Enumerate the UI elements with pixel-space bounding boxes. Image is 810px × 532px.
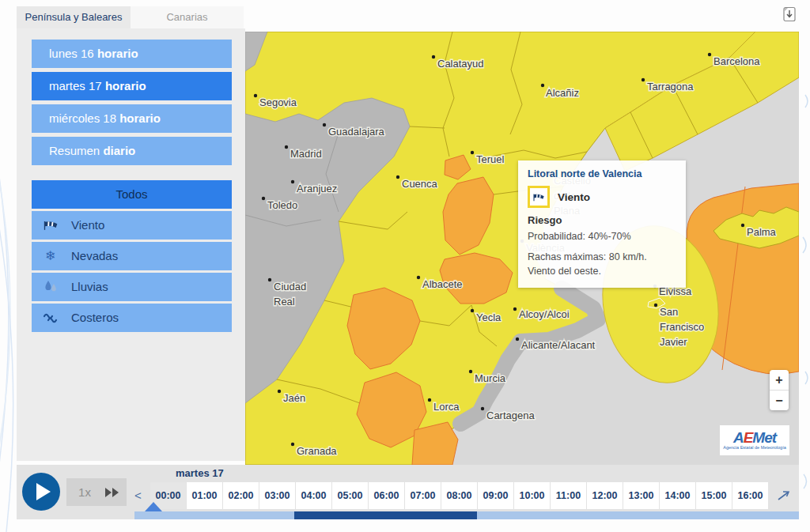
- svg-text:Lorca: Lorca: [433, 401, 460, 413]
- city-label-calatayud: Calatayud: [432, 55, 484, 70]
- warning-level-icon-box: [528, 186, 550, 208]
- play-button[interactable]: [22, 473, 60, 511]
- svg-text:Ciudad: Ciudad: [274, 281, 306, 292]
- day-button-lunes-16[interactable]: lunes 16 horario: [32, 40, 232, 68]
- day-button-miercoles-18[interactable]: miércoles 18 horario: [32, 104, 232, 133]
- city-label-madrid: Madrid: [285, 145, 322, 160]
- city-label-guadalajara: Guadalajara: [323, 123, 385, 138]
- svg-text:Madrid: Madrid: [290, 148, 322, 160]
- svg-text:Aranjuez: Aranjuez: [297, 183, 337, 194]
- svg-text:Palma: Palma: [747, 226, 777, 238]
- timeline-scrollbar-range[interactable]: [294, 511, 477, 519]
- svg-text:Javier: Javier: [660, 336, 687, 348]
- warning-map[interactable]: CalatayudBarcelonaTarragonaAlcañizSegovi…: [245, 32, 799, 465]
- svg-text:Albacete: Albacete: [422, 278, 463, 290]
- timeline-hour-15:00[interactable]: 15:00: [696, 482, 732, 509]
- speed-value: 1x: [66, 485, 103, 499]
- map-zoom-controls: + −: [770, 370, 789, 410]
- tab-canarias[interactable]: Canarias: [131, 6, 244, 28]
- svg-text:Toledo: Toledo: [267, 199, 297, 211]
- raindrops-icon: [43, 280, 59, 294]
- timeline-hours: 00:0001:0002:0003:0004:0005:0006:0007:00…: [150, 482, 769, 509]
- city-label-teruel: Teruel: [471, 151, 505, 165]
- city-label-alcoy-alcoi: Alcoy/Alcoi: [513, 308, 570, 320]
- city-label-alicante-alacant: Alicante/Alacant: [516, 338, 596, 351]
- svg-text:Calatayud: Calatayud: [437, 58, 484, 70]
- timeline-hour-03:00[interactable]: 03:00: [259, 482, 295, 509]
- timeline-bar: 1x < martes 17 00:0001:0002:0003:0004:00…: [17, 465, 799, 519]
- city-label-cartagena: Cartagena: [481, 407, 536, 421]
- svg-text:San: San: [660, 306, 678, 318]
- next-day-arrow-icon: [777, 489, 791, 502]
- city-label-albacete: Albacete: [417, 276, 463, 290]
- download-icon[interactable]: [782, 6, 797, 22]
- aemet-logo-subtitle: Agencia Estatal de Meteorología: [723, 445, 786, 450]
- svg-text:Granada: Granada: [297, 445, 337, 457]
- timeline-hour-06:00[interactable]: 06:00: [369, 482, 404, 509]
- play-icon: [36, 483, 51, 500]
- svg-text:Murcia: Murcia: [475, 372, 506, 384]
- timeline-hour-09:00[interactable]: 09:00: [478, 482, 513, 509]
- timeline-hour-16:00[interactable]: 16:00: [732, 482, 768, 509]
- timeline-hour-10:00[interactable]: 10:00: [514, 482, 550, 509]
- city-label-toledo: Toledo: [262, 197, 298, 211]
- timeline-hour-11:00[interactable]: 11:00: [551, 482, 586, 509]
- timeline-hour-05:00[interactable]: 05:00: [332, 482, 368, 509]
- city-label-segovia: Segovia: [254, 94, 297, 108]
- svg-text:Cuenca: Cuenca: [402, 178, 438, 190]
- tab-peninsula-baleares[interactable]: Península y Baleares: [17, 6, 131, 28]
- timeline-hour-02:00[interactable]: 02:00: [223, 482, 259, 509]
- fast-forward-icon[interactable]: [103, 486, 127, 499]
- filter-button-todos[interactable]: Todos: [32, 180, 232, 209]
- svg-text:Alcañiz: Alcañiz: [546, 87, 579, 99]
- timeline-hour-13:00[interactable]: 13:00: [623, 482, 659, 509]
- svg-text:Guadalajara: Guadalajara: [328, 126, 385, 138]
- tooltip-probability: Probabilidad: 40%-70%: [528, 231, 676, 242]
- filter-button-lluvias[interactable]: Lluvias: [32, 273, 232, 301]
- timeline-day-label: martes 17: [176, 467, 224, 479]
- tooltip-phenomenon: Viento: [558, 191, 590, 203]
- tooltip-level: Riesgo: [528, 214, 676, 226]
- timeline-position-marker[interactable]: [145, 502, 162, 511]
- filter-button-nevadas[interactable]: ❄Nevadas: [32, 242, 232, 270]
- svg-text:Alcoy/Alcoi: Alcoy/Alcoi: [519, 308, 570, 320]
- city-label-aranjuez: Aranjuez: [291, 180, 338, 194]
- svg-text:Cartagena: Cartagena: [486, 409, 535, 421]
- zoom-out-button[interactable]: −: [770, 391, 789, 410]
- filter-button-costeros[interactable]: Costeros: [32, 304, 232, 332]
- windsock-icon: [43, 218, 59, 232]
- tooltip-title: Litoral norte de Valencia: [528, 168, 676, 179]
- city-label-granada: Granada: [291, 443, 338, 457]
- city-label-cuenca: Cuenca: [396, 175, 438, 190]
- tooltip-comment: Rachas máximas: 80 km/h. Viento del oest…: [528, 250, 676, 278]
- city-label-barcelona: Barcelona: [708, 53, 761, 67]
- svg-text:Francisco: Francisco: [660, 321, 704, 333]
- city-label-tarragona: Tarragona: [642, 78, 695, 92]
- timeline-hour-01:00[interactable]: 01:00: [187, 482, 222, 509]
- weather-warning-app: Península y Baleares Canarias lunes 16 h…: [0, 0, 810, 532]
- aemet-logo: AEMet Agencia Estatal de Meteorología: [720, 425, 789, 455]
- svg-text:Tarragona: Tarragona: [647, 81, 694, 92]
- timeline-hour-07:00[interactable]: 07:00: [405, 482, 441, 509]
- city-label-murcia: Murcia: [469, 370, 506, 384]
- timeline-hour-04:00[interactable]: 04:00: [296, 482, 331, 509]
- svg-text:Real: Real: [274, 296, 295, 308]
- day-button-resumen-diario[interactable]: Resumen diario: [32, 137, 232, 165]
- sidebar: lunes 16 horario martes 17 horario miérc…: [17, 28, 245, 461]
- timeline-hour-12:00[interactable]: 12:00: [587, 482, 623, 509]
- filter-button-viento[interactable]: Viento: [32, 211, 232, 240]
- windsock-icon: [532, 192, 545, 202]
- speed-control[interactable]: 1x: [66, 478, 127, 506]
- timeline-scroll-right-button[interactable]: [774, 482, 794, 509]
- svg-text:Segovia: Segovia: [259, 96, 297, 108]
- timeline-scrollbar[interactable]: [134, 511, 799, 519]
- svg-text:Barcelona: Barcelona: [713, 55, 760, 67]
- snowflake-icon: ❄: [43, 249, 59, 263]
- svg-text:Yecla: Yecla: [476, 311, 502, 323]
- day-button-martes-17[interactable]: martes 17 horario: [32, 72, 232, 100]
- timeline-hour-14:00[interactable]: 14:00: [660, 482, 695, 509]
- timeline-hour-08:00[interactable]: 08:00: [441, 482, 477, 509]
- zoom-in-button[interactable]: +: [770, 370, 789, 391]
- svg-text:Jaén: Jaén: [283, 392, 305, 404]
- svg-text:Teruel: Teruel: [476, 153, 505, 165]
